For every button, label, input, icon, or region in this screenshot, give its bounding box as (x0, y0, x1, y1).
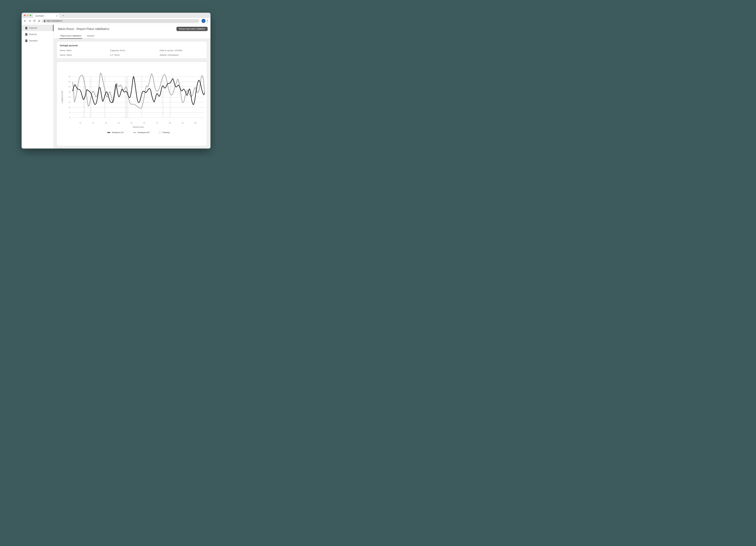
page-title: Mario Rossi - Report Piano riabilitativo (58, 27, 109, 31)
x-tick-label: 20 (92, 122, 94, 124)
patient-field-cognome: Cognome: Rossi (110, 49, 160, 52)
legend-line-swatch (133, 132, 136, 133)
legend-line-swatch (107, 132, 110, 133)
x-tick-label: 100 (194, 122, 197, 124)
browser-tab[interactable]: Quicklypro ✕ (33, 14, 59, 18)
x-tick-label: 50 (130, 122, 132, 124)
sidebar-item-label: Pazienti (29, 27, 37, 29)
home-icon[interactable] (38, 19, 41, 22)
x-axis-title: Numero passi (133, 126, 144, 128)
sidebar: PazientiEserciziSessioni (22, 24, 54, 148)
patient-field-regime: Regime: Ambulatorio (160, 54, 204, 56)
close-window-button[interactable] (24, 15, 26, 16)
browser-window: Quicklypro ✕ + https://quicklypro.it (22, 13, 210, 148)
sidebar-item-label: Esercizi (29, 33, 37, 36)
new-tab-button[interactable]: + (61, 14, 65, 17)
page-content: Dettagli paziente Nome: MarioCognome: Ro… (54, 39, 210, 148)
page-tabs: Report piano riabilitativoSessioni (60, 35, 94, 39)
y-tick-label: 15 (68, 101, 70, 103)
forward-icon[interactable] (28, 19, 31, 22)
patient-fields: Nome: MarioCognome: RossiData di nascita… (60, 49, 204, 56)
browser-tab-title: Quicklypro (35, 15, 56, 17)
y-tick-label: 25 (68, 91, 70, 93)
window-controls (24, 15, 31, 16)
patient-details-card: Dettagli paziente Nome: MarioCognome: Ro… (57, 41, 207, 59)
legend-area-swatch (159, 132, 161, 133)
x-tick-label: 10 (79, 122, 81, 124)
chart-legend: Semipasso SXSemipasso DXFreezing (72, 131, 205, 133)
legend-item-semipasso-sx: Semipasso SX (107, 131, 124, 133)
y-tick-label: 10 (68, 106, 70, 108)
url-text: https://quicklypro.it (47, 20, 62, 22)
y-tick-label: 0 (70, 117, 70, 119)
patient-field-nome: Nome: Mario (60, 49, 110, 52)
chart-card: 0510152025303540102030405060708090100Num… (57, 62, 207, 146)
close-tab-icon[interactable]: ✕ (56, 15, 58, 17)
y-tick-label: 5 (70, 112, 70, 113)
profile-avatar[interactable]: LB (202, 19, 205, 23)
x-tick-label: 30 (105, 122, 107, 124)
x-tick-label: 40 (118, 122, 120, 124)
minimize-window-button[interactable] (27, 15, 28, 16)
patient-field-c-f: C.F: Rossi (110, 54, 160, 56)
x-tick-label: 70 (156, 122, 158, 124)
sidebar-item-pazienti[interactable]: Pazienti (22, 25, 54, 31)
y-tick-label: 40 (68, 76, 70, 77)
x-tick-label: 80 (169, 122, 171, 124)
legend-item-semipasso-dx: Semipasso DX (133, 131, 150, 133)
nav-buttons (24, 19, 41, 22)
browser-tab-strip: Quicklypro ✕ + (22, 13, 210, 18)
x-tick-label: 90 (182, 122, 184, 124)
semipasso-sx-line (73, 76, 205, 104)
patient-field-data-di-nascita: Data di nascita: 12/03/65 (160, 49, 204, 52)
browser-menu-icon[interactable] (207, 19, 209, 23)
browser-toolbar: https://quicklypro.it LB (22, 18, 210, 24)
back-icon[interactable] (24, 19, 26, 22)
gait-line-chart: 0510152025303540102030405060708090100Num… (57, 62, 207, 146)
sidebar-item-icon (25, 33, 27, 36)
desktop-background: { "browser": { "tab_title": "Quicklypro"… (0, 0, 232, 158)
sidebar-item-icon (25, 39, 27, 42)
y-tick-label: 30 (68, 86, 70, 88)
zoom-window-button[interactable] (30, 15, 31, 16)
y-axis-title: Lunghezza (cm) (61, 91, 63, 104)
sidebar-item-esercizi[interactable]: Esercizi (22, 31, 54, 37)
y-tick-label: 20 (68, 96, 70, 98)
x-tick-label: 60 (143, 122, 145, 124)
y-tick-label: 35 (68, 81, 70, 83)
lock-icon (44, 20, 46, 22)
patient-field-sesso: Sesso: Mario (60, 54, 110, 56)
address-bar[interactable]: https://quicklypro.it (42, 19, 199, 23)
sidebar-item-icon (25, 27, 27, 29)
tab-sessioni[interactable]: Sessioni (87, 35, 94, 39)
print-report-button[interactable]: Stampa report piano riabilitativo (176, 27, 208, 31)
legend-item-freezing: Freezing (159, 131, 169, 133)
sidebar-item-sessioni[interactable]: Sessioni (22, 37, 54, 44)
patient-details-title: Dettagli paziente (60, 44, 204, 47)
tab-report-piano-riabilitativo[interactable]: Report piano riabilitativo (60, 35, 81, 39)
page-header: Mario Rossi - Report Piano riabilitativo… (54, 24, 210, 39)
main-area: Mario Rossi - Report Piano riabilitativo… (54, 24, 210, 148)
reload-icon[interactable] (33, 19, 36, 22)
sidebar-item-label: Sessioni (29, 39, 37, 42)
